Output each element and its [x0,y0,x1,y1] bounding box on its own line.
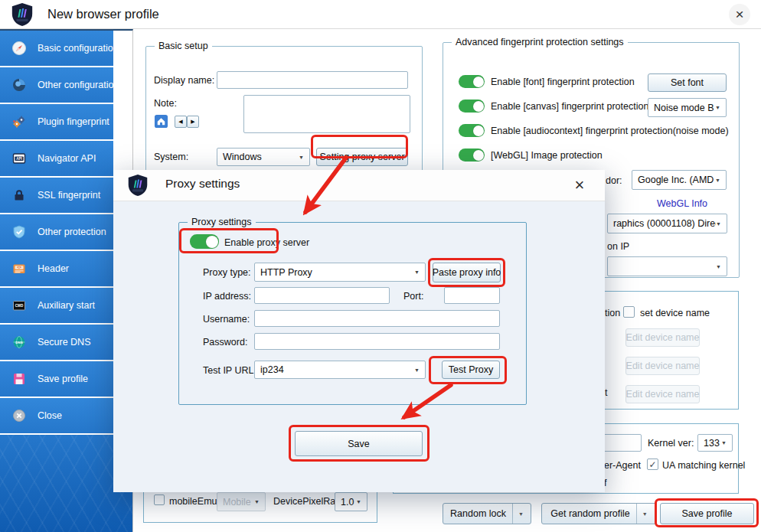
arrow-left-icon: ◀ [178,119,182,125]
mobile-type-select[interactable]: Mobile ▼ [217,492,266,511]
dropdown-arrow-icon: ▼ [715,105,720,110]
username-input[interactable] [254,310,500,327]
device-pixel-ratio-select[interactable]: 1.0 ▼ [335,492,367,511]
sidebar-item-label: Close [38,410,62,421]
dropdown-arrow-icon: ▼ [356,499,361,504]
modal-close-button[interactable]: × [568,174,591,197]
username-label: Username: [203,314,250,325]
password-input[interactable] [254,333,500,350]
proxy-type-select[interactable]: HTTP Proxy ▼ [254,263,426,282]
compass-icon [11,41,27,56]
sidebar-item-label: Other configurations [38,80,124,90]
sidebar-item-save-profile[interactable]: Save profile [0,361,113,397]
close-circle-icon [11,408,27,423]
dropdown-arrow-icon: ▼ [721,440,727,446]
save-profile-button[interactable]: Save profile [660,503,754,524]
device-label-fragment: tion [605,308,620,318]
floppy-icon [11,371,27,387]
sidebar-item-label: Auxiliary start [38,300,95,311]
proxy-settings-legend: Proxy settings [188,217,256,227]
modal-titlebar: Proxy settings × [113,170,605,201]
display-name-label: Display name: [154,75,214,86]
noise-mode-select[interactable]: Noise mode B ▼ [648,98,727,117]
mobile-emulation-checkbox[interactable] [154,494,165,505]
sidebar-item-auxiliary-start[interactable]: CMD Auxiliary start [0,288,113,323]
sidebar-item-basic-configuration[interactable]: Basic configuration [0,31,113,66]
proxy-type-label: Proxy type: [203,267,251,278]
sidebar-item-close[interactable]: Close [0,398,113,433]
get-random-profile-button[interactable]: Get random profile ▼ [541,503,657,524]
sidebar-item-navigator-api[interactable]: API Navigator API [0,141,113,176]
svg-text:API: API [16,157,22,161]
timezone-select[interactable]: ▼ [607,256,727,276]
webgl-image-protection-toggle[interactable] [459,149,485,162]
sidebar-item-other-protection[interactable]: Other protection [0,214,113,250]
dropdown-arrow-icon: ▼ [299,155,304,160]
paste-proxy-info-button[interactable]: Paste proxy info [433,263,501,282]
kernel-ver-select[interactable]: 133 ▼ [697,434,733,452]
edit-device-name-button[interactable]: Edit device name [625,385,700,403]
ua-matching-kernel-checkbox[interactable]: ✓ [647,459,658,470]
dropdown-arrow-icon: ▼ [414,367,420,373]
sidebar-item-label: Basic configuration [38,43,119,54]
sidebar-item-ssl-fingerprint[interactable]: SSL fingerprint [0,178,113,213]
font-protection-toggle[interactable] [459,75,485,88]
audiocontext-protection-toggle[interactable] [459,124,485,137]
basic-setup-legend: Basic setup [155,41,212,51]
dropdown-arrow-icon: ▼ [512,504,524,524]
webgl-info-link[interactable]: WebGL Info [657,198,707,209]
note-prev-button[interactable]: ◀ [175,116,187,128]
system-select[interactable]: Windows ▼ [217,148,310,166]
window-titlebar: New browser profile × [0,0,761,29]
port-label: Port: [403,291,423,302]
setting-proxy-server-button[interactable]: Setting proxy server [316,148,408,166]
close-icon: × [735,6,743,23]
canvas-protection-toggle[interactable] [459,100,485,113]
webgl-renderer-select[interactable]: raphics (00001108) Direct ▼ [607,214,727,233]
dropdown-arrow-icon: ▼ [716,221,721,227]
sidebar-item-label: Plugin fingerprint [38,116,109,127]
random-lock-button[interactable]: Random lock ▼ [443,503,531,524]
sidebar-item-other-configurations[interactable]: Other configurations [0,67,113,103]
set-device-name-checkbox[interactable] [623,306,635,318]
api-icon: API [11,151,27,166]
dropdown-arrow-icon: ▼ [254,499,260,504]
note-input[interactable] [243,95,410,133]
note-next-button[interactable]: ▶ [187,116,199,128]
new-browser-profile-window: New browser profile × Basic configuratio… [0,0,761,532]
dropdown-arrow-icon: ▼ [636,504,648,524]
basic-setup-group: Basic setup Display name: Note: ◀ ▶ Syst… [145,41,423,183]
based-on-ip-label-fragment: on IP [607,241,629,252]
ip-address-input[interactable] [254,287,390,304]
sidebar-item-label: Save profile [38,374,88,384]
shield-icon [11,224,27,240]
webgl-image-protection-label: [WebGL] Image protection [491,150,603,161]
ua-matching-kernel-label: UA matching kernel [662,460,745,471]
webgl-vendor-select[interactable]: Google Inc. (AMD ▼ [632,170,727,190]
test-ip-url-label: Test IP URL: [203,365,256,376]
dns-icon: DNS [11,335,27,350]
window-title: New browser profile [47,7,159,21]
test-proxy-button[interactable]: Test Proxy [442,361,500,379]
svg-text:DNS: DNS [15,341,22,344]
edit-device-name-button[interactable]: Edit device name [625,357,700,375]
kernel-ver-label: Kernel ver: [648,438,694,449]
proxy-save-button[interactable]: Save [295,431,423,456]
edit-device-name-button[interactable]: Edit device name [625,328,700,347]
user-agent-label-fragment: er-Agent [604,460,641,471]
sidebar-item-plugin-fingerprint[interactable]: Plugin fingerprint [0,104,113,139]
sidebar-item-label: Header [38,263,69,274]
check-icon: ✓ [648,460,656,469]
device-left-fragment: t [605,387,607,398]
arrow-right-icon: ▶ [191,119,194,125]
sidebar-item-secure-dns[interactable]: DNS Secure DNS [0,325,113,360]
sidebar-item-header[interactable]: <> Header [0,251,113,286]
display-name-input[interactable] [217,71,408,89]
enable-proxy-toggle[interactable] [190,234,219,249]
advanced-fingerprint-legend: Advanced fingerprint protection settings [452,37,628,47]
test-ip-url-select[interactable]: ip234 ▼ [254,361,426,379]
home-icon[interactable] [154,114,168,129]
window-close-button[interactable]: × [729,4,750,25]
port-input[interactable] [444,287,500,304]
set-font-button[interactable]: Set font [648,73,727,92]
